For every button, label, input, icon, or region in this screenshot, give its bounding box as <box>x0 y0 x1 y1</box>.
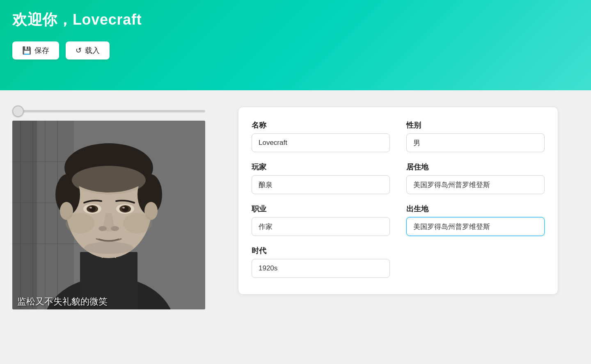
birthplace-field: 出生地 <box>406 204 545 236</box>
image-slider[interactable] <box>12 110 205 112</box>
residence-input[interactable] <box>406 175 545 194</box>
gender-field: 性别 <box>406 120 545 152</box>
load-button[interactable]: ↺ 载入 <box>66 41 110 60</box>
era-field: 时代 <box>252 246 390 278</box>
action-buttons: 💾 保存 ↺ 载入 <box>12 41 579 60</box>
name-field: 名称 <box>252 120 390 152</box>
username-display: Lovecraft <box>73 11 142 28</box>
name-label: 名称 <box>252 120 390 130</box>
photo-caption: 监松又不失礼貌的微笑 <box>17 296 108 307</box>
svg-rect-39 <box>12 121 205 309</box>
occupation-field: 职业 <box>252 204 390 236</box>
gender-input[interactable] <box>406 133 545 152</box>
welcome-prefix: 欢迎你， <box>12 11 73 28</box>
main-content: 监松又不失礼貌的微笑 名称 性别 玩家 居住地 <box>0 90 591 326</box>
player-field: 玩家 <box>252 162 390 194</box>
era-label: 时代 <box>252 246 390 256</box>
load-label: 载入 <box>85 46 100 55</box>
header: 欢迎你，Lovecraft 💾 保存 ↺ 载入 <box>0 0 591 90</box>
load-icon: ↺ <box>76 46 82 55</box>
photo-container: 监松又不失礼貌的微笑 <box>12 121 205 309</box>
save-button[interactable]: 💾 保存 <box>12 41 59 60</box>
era-input[interactable] <box>252 259 390 278</box>
gender-label: 性别 <box>406 120 545 130</box>
name-input[interactable] <box>252 133 390 152</box>
player-input[interactable] <box>252 175 390 194</box>
form-card: 名称 性别 玩家 居住地 职业 <box>238 107 558 295</box>
save-icon: 💾 <box>22 46 31 55</box>
slider-container <box>12 107 205 114</box>
occupation-input[interactable] <box>252 217 390 236</box>
left-panel: 监松又不失礼貌的微笑 <box>12 107 213 309</box>
birthplace-label: 出生地 <box>406 204 545 214</box>
welcome-title: 欢迎你，Lovecraft <box>12 10 579 30</box>
portrait-image: 监松又不失礼貌的微笑 <box>12 121 205 309</box>
residence-field: 居住地 <box>406 162 545 194</box>
residence-label: 居住地 <box>406 162 545 172</box>
form-grid: 名称 性别 玩家 居住地 职业 <box>252 120 545 278</box>
player-label: 玩家 <box>252 162 390 172</box>
birthplace-input[interactable] <box>406 217 545 236</box>
save-label: 保存 <box>34 46 49 55</box>
occupation-label: 职业 <box>252 204 390 214</box>
